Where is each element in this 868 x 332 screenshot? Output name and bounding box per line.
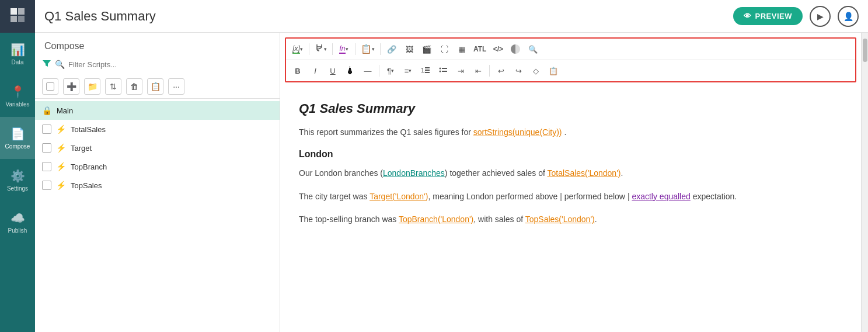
- dropcap-button[interactable]: 🌢: [342, 63, 358, 79]
- ul-button[interactable]: [435, 63, 451, 79]
- svg-point-10: [440, 70, 441, 72]
- expr-sort-strings: sortStrings(unique(City)): [473, 127, 562, 137]
- link-button[interactable]: 🔗: [384, 41, 400, 57]
- script-icon-topsales: ⚡: [56, 181, 66, 190]
- script-item-main[interactable]: 🔒 Main: [35, 101, 280, 120]
- sidebar-item-compose[interactable]: 📄 Compose: [0, 117, 35, 159]
- paragraph-button[interactable]: ¶ ▾: [382, 63, 399, 79]
- halfcircle-icon: [511, 44, 520, 54]
- search-button[interactable]: 🔍: [525, 41, 541, 57]
- underline-button[interactable]: U: [325, 63, 341, 79]
- sidebar-item-settings[interactable]: ⚙️ Settings: [0, 159, 35, 201]
- scrollbar-thumb[interactable]: [863, 39, 867, 62]
- svg-rect-11: [442, 71, 447, 72]
- preview-button[interactable]: 👁 PREVIEW: [733, 7, 803, 25]
- app-logo: [0, 0, 35, 33]
- sidebar-item-label: Publish: [8, 227, 27, 234]
- add-folder-button[interactable]: 📁: [84, 78, 100, 95]
- sidebar-item-data[interactable]: 📊 Data: [0, 33, 35, 75]
- london-para3: The top-selling branch was TopBranch('Lo…: [299, 213, 842, 227]
- clear-format-icon: ◇: [533, 67, 539, 75]
- undo-icon: ↩: [498, 67, 504, 75]
- dropdown-arrow: ▾: [372, 46, 375, 52]
- checkbox-totalsales[interactable]: [42, 124, 51, 134]
- fn-button[interactable]: fn ▾: [336, 41, 352, 57]
- outdent-icon: ⇤: [475, 67, 482, 75]
- sidebar-item-variables[interactable]: 📍 Variables: [0, 75, 35, 117]
- svg-rect-7: [425, 72, 430, 73]
- italic-button[interactable]: I: [307, 63, 323, 79]
- sidebar-item-label: Variables: [6, 101, 30, 108]
- indent-button[interactable]: ⇥: [452, 63, 469, 79]
- scrollbar[interactable]: [861, 33, 868, 332]
- sidebar-item-label: Compose: [5, 143, 30, 150]
- copy-button[interactable]: 📋: [147, 78, 163, 95]
- align-button[interactable]: ≡ ▾: [400, 63, 416, 79]
- settings-icon: ⚙️: [11, 169, 25, 183]
- search-icon: 🔍: [528, 45, 538, 54]
- outdent-button[interactable]: ⇤: [470, 63, 486, 79]
- undo-button[interactable]: ↩: [493, 63, 509, 79]
- paragraph-icon: ¶: [387, 67, 391, 75]
- user-button[interactable]: 👤: [838, 6, 859, 27]
- dropdown-arrow: ▾: [300, 46, 303, 52]
- sidebar-item-publish[interactable]: ☁️ Publish: [0, 201, 35, 243]
- atl-button[interactable]: ATL: [471, 41, 489, 57]
- ol-icon: 1.: [421, 65, 430, 77]
- filter-icon: [42, 58, 51, 70]
- image-button[interactable]: 🖼: [401, 41, 417, 57]
- halfcircle-button[interactable]: [507, 41, 524, 57]
- expand-button[interactable]: ⛶: [436, 41, 452, 57]
- script-item-totalsales[interactable]: ⚡ TotalSales: [35, 120, 280, 139]
- copy-format-icon: 📋: [361, 44, 372, 54]
- add-icon: ➕: [67, 82, 76, 91]
- paste-icon: 📋: [549, 67, 558, 75]
- svg-rect-3: [18, 16, 25, 22]
- video-button[interactable]: 🎬: [419, 41, 435, 57]
- eye-icon: 👁: [744, 12, 752, 20]
- filter-scripts-input[interactable]: [68, 60, 273, 69]
- copy-format-button[interactable]: 📋 ▾: [358, 41, 377, 57]
- script-item-target[interactable]: ⚡ Target: [35, 139, 280, 157]
- checkbox-topbranch[interactable]: [42, 162, 51, 171]
- publish-icon: ☁️: [11, 211, 25, 225]
- ol-button[interactable]: 1.: [417, 63, 434, 79]
- sort-icon: ⇅: [110, 82, 117, 91]
- expr-target-london: Target('London'): [369, 192, 428, 201]
- separator: [380, 43, 381, 55]
- script-icon-topbranch: ⚡: [56, 162, 66, 171]
- svg-rect-0: [11, 8, 17, 15]
- checkbox-topsales[interactable]: [42, 181, 51, 190]
- expr-exactly-equalled: exactly equalled: [632, 192, 690, 201]
- atl-label: ATL: [473, 45, 486, 53]
- script-list: 🔒 Main ⚡ TotalSales ⚡ Target ⚡ TopBranch: [35, 99, 280, 197]
- left-navigation: 📊 Data 📍 Variables 📄 Compose ⚙️ Settings…: [0, 0, 35, 332]
- section-london-title: London: [299, 149, 842, 160]
- bold-button[interactable]: B: [290, 63, 306, 79]
- more-button[interactable]: ···: [168, 78, 184, 95]
- variable-button[interactable]: [x] ▾: [290, 41, 306, 57]
- search-icon: 🔍: [55, 60, 65, 69]
- clear-format-button[interactable]: ◇: [528, 63, 544, 79]
- delete-button[interactable]: 🗑: [126, 78, 142, 95]
- separator: [489, 65, 490, 77]
- sort-button[interactable]: ⇅: [105, 78, 121, 95]
- paste-button[interactable]: 📋: [545, 63, 562, 79]
- sidebar-item-label: Settings: [7, 185, 28, 192]
- separator: [379, 65, 379, 77]
- compose-icon: 📄: [11, 127, 25, 141]
- redo-icon: ↪: [515, 67, 522, 75]
- script-item-topbranch[interactable]: ⚡ TopBranch: [35, 157, 280, 176]
- checkbox-target[interactable]: [42, 143, 51, 153]
- video-icon: 🎬: [422, 45, 431, 54]
- checkbox-all[interactable]: [42, 78, 58, 95]
- script-item-topsales[interactable]: ⚡ TopSales: [35, 176, 280, 195]
- hr-button[interactable]: —: [360, 63, 376, 79]
- redo-button[interactable]: ↪: [510, 63, 527, 79]
- code-button[interactable]: </>: [490, 41, 506, 57]
- table-button[interactable]: ▦: [454, 41, 470, 57]
- add-script-button[interactable]: ➕: [63, 78, 79, 95]
- play-button[interactable]: ▶: [810, 6, 831, 27]
- page-title: Q1 Sales Summary: [44, 9, 726, 24]
- branch-button[interactable]: ▾: [312, 41, 329, 57]
